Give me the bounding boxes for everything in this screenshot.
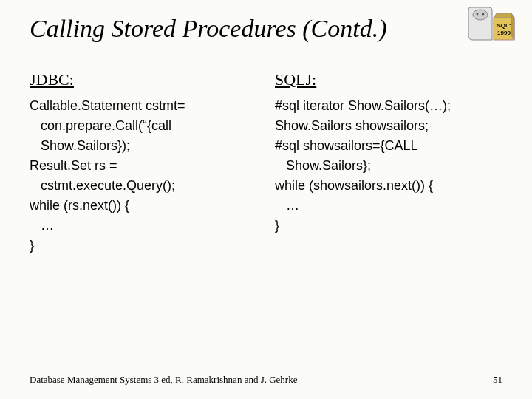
left-column: JDBC: Callable.Statement cstmt= con.prep…	[30, 68, 257, 256]
page-number: 51	[493, 374, 502, 386]
sql-1999-logo: SQL: 1999	[466, 6, 516, 52]
svg-point-0	[473, 10, 488, 20]
svg-point-1	[477, 13, 479, 16]
svg-point-2	[482, 13, 485, 16]
footer-credit: Database Management Systems 3 ed, R. Ram…	[30, 374, 297, 386]
jdbc-code: Callable.Statement cstmt= con.prepare.Ca…	[30, 96, 257, 256]
footer: Database Management Systems 3 ed, R. Ram…	[30, 374, 502, 386]
svg-text:SQL:: SQL:	[497, 22, 511, 29]
slide-title: Calling Stored Procedures (Contd.)	[30, 15, 502, 43]
sqlj-heading: SQLJ:	[275, 68, 502, 92]
svg-text:1999: 1999	[497, 30, 511, 36]
right-column: SQLJ: #sql iterator Show.Sailors(…); Sho…	[275, 68, 502, 256]
sqlj-code: #sql iterator Show.Sailors(…); Show.Sail…	[275, 96, 502, 236]
content-columns: JDBC: Callable.Statement cstmt= con.prep…	[30, 68, 502, 256]
jdbc-heading: JDBC:	[30, 68, 257, 92]
